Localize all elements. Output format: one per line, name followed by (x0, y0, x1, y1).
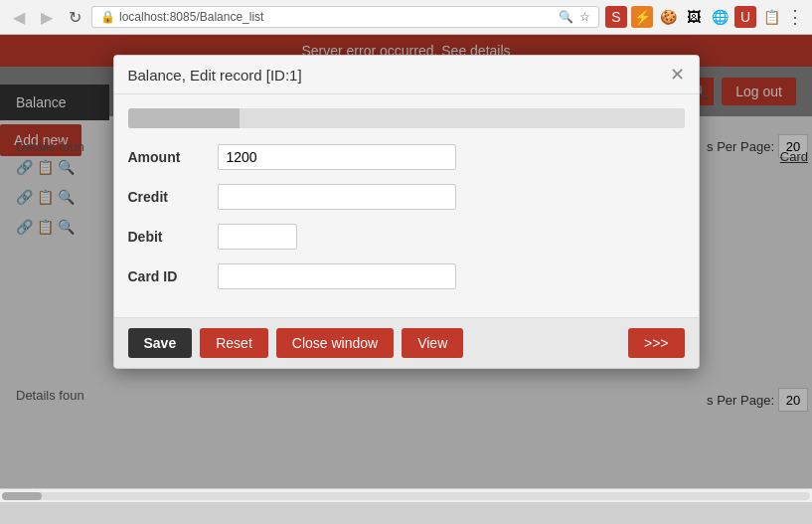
star-icon: ☆ (579, 10, 590, 24)
scrollbar-thumb[interactable] (2, 492, 42, 500)
next-button[interactable]: >>> (628, 328, 685, 358)
progress-bar (128, 108, 685, 128)
extension-icon-1[interactable]: S (605, 6, 627, 28)
reset-button[interactable]: Reset (200, 328, 268, 358)
modal-header: Balance, Edit record [ID:1] ✕ (114, 56, 699, 94)
scrollbar-track (2, 492, 810, 500)
progress-fill (128, 108, 240, 128)
search-icon: 🔍 (559, 10, 573, 24)
save-button[interactable]: Save (128, 328, 193, 358)
toolbar-icons: S ⚡ 🍪 🖼 🌐 U 📋 ⋮ (605, 6, 804, 28)
credit-label: Credit (128, 189, 218, 205)
card-id-row: Card ID (128, 263, 685, 289)
amount-label: Amount (128, 149, 218, 165)
card-id-input[interactable] (218, 263, 456, 289)
credit-row: Credit (128, 184, 685, 210)
debit-row: Debit (128, 224, 685, 250)
edit-record-modal: Balance, Edit record [ID:1] ✕ Amount Cre… (113, 55, 700, 369)
close-window-button[interactable]: Close window (276, 328, 394, 358)
extension-icon-2[interactable]: ⚡ (631, 6, 653, 28)
debit-input[interactable] (218, 224, 297, 250)
extension-icon-7[interactable]: 📋 (760, 6, 782, 28)
page-background: Server error occurred. See details 🔍 Log… (0, 35, 812, 488)
url-text: localhost:8085/Balance_list (119, 10, 263, 24)
amount-row: Amount (128, 144, 685, 170)
browser-menu-button[interactable]: ⋮ (786, 6, 804, 28)
browser-chrome: ◀ ▶ ↻ 🔒 localhost:8085/Balance_list 🔍 ☆ … (0, 0, 812, 35)
reload-button[interactable]: ↻ (64, 6, 85, 28)
credit-input[interactable] (218, 184, 456, 210)
browser-toolbar: ◀ ▶ ↻ 🔒 localhost:8085/Balance_list 🔍 ☆ … (0, 0, 812, 34)
back-button[interactable]: ◀ (8, 6, 30, 28)
card-id-label: Card ID (128, 268, 218, 284)
modal-close-button[interactable]: ✕ (670, 66, 685, 84)
horizontal-scrollbar[interactable] (0, 488, 812, 502)
extension-icon-3[interactable]: 🍪 (657, 6, 679, 28)
amount-input[interactable] (218, 144, 456, 170)
modal-footer: Save Reset Close window View >>> (114, 317, 699, 368)
view-button[interactable]: View (402, 328, 463, 358)
lock-icon: 🔒 (100, 10, 115, 24)
extension-icon-5[interactable]: 🌐 (709, 6, 731, 28)
forward-button[interactable]: ▶ (36, 6, 58, 28)
modal-overlay: Balance, Edit record [ID:1] ✕ Amount Cre… (0, 35, 812, 488)
modal-title: Balance, Edit record [ID:1] (128, 67, 302, 84)
address-bar[interactable]: 🔒 localhost:8085/Balance_list 🔍 ☆ (91, 6, 599, 28)
modal-body: Amount Credit Debit Card ID (114, 94, 699, 317)
debit-label: Debit (128, 229, 218, 245)
extension-icon-6[interactable]: U (734, 6, 756, 28)
extension-icon-4[interactable]: 🖼 (683, 6, 705, 28)
